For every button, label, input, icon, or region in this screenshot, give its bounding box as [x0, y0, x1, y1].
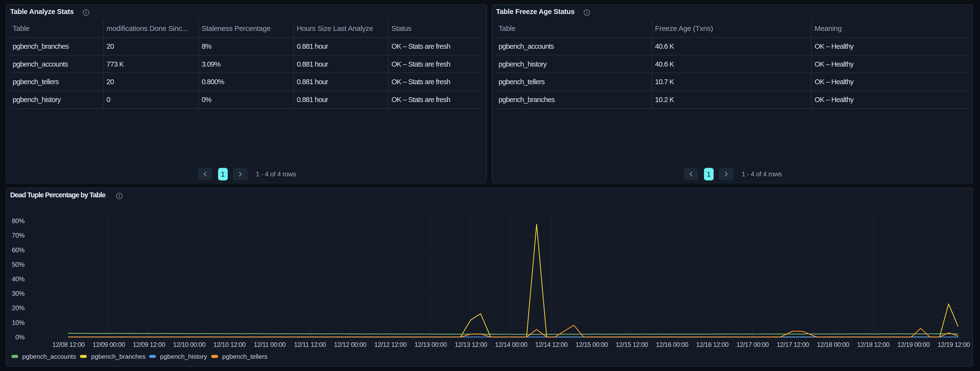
svg-text:80%: 80% [12, 217, 25, 225]
svg-text:60%: 60% [12, 247, 25, 254]
svg-text:12/16 00:00: 12/16 00:00 [656, 341, 688, 348]
svg-text:12/18 12:00: 12/18 12:00 [857, 341, 889, 348]
svg-text:pgbench_branches: pgbench_branches [91, 353, 146, 360]
svg-text:12/11 12:00: 12/11 12:00 [294, 341, 326, 348]
svg-text:12/14 12:00: 12/14 12:00 [535, 341, 568, 348]
svg-text:10%: 10% [12, 319, 25, 327]
svg-text:12/19 12:00: 12/19 12:00 [937, 341, 970, 348]
svg-text:12/10 00:00: 12/10 00:00 [173, 341, 205, 348]
svg-text:12/09 00:00: 12/09 00:00 [92, 341, 125, 348]
svg-text:12/17 12:00: 12/17 12:00 [777, 341, 809, 348]
svg-text:pgbench_tellers: pgbench_tellers [222, 353, 267, 360]
svg-text:12/10 12:00: 12/10 12:00 [213, 341, 246, 348]
svg-text:12/14 00:00: 12/14 00:00 [495, 341, 527, 348]
svg-text:12/15 00:00: 12/15 00:00 [576, 341, 608, 348]
svg-text:0%: 0% [15, 334, 25, 341]
svg-text:12/16 12:00: 12/16 12:00 [696, 341, 729, 348]
svg-text:12/15 12:00: 12/15 12:00 [616, 341, 648, 348]
svg-text:20%: 20% [12, 304, 25, 312]
svg-text:12/13 00:00: 12/13 00:00 [414, 341, 447, 348]
svg-text:pgbench_history: pgbench_history [160, 353, 207, 360]
svg-text:12/17 00:00: 12/17 00:00 [736, 341, 769, 348]
svg-text:pgbench_accounts: pgbench_accounts [22, 353, 76, 360]
svg-text:12/13 12:00: 12/13 12:00 [455, 341, 487, 348]
svg-text:50%: 50% [12, 261, 25, 268]
svg-text:12/08 12:00: 12/08 12:00 [52, 341, 85, 348]
svg-text:30%: 30% [12, 290, 25, 297]
svg-text:40%: 40% [12, 276, 25, 283]
svg-text:12/12 00:00: 12/12 00:00 [334, 341, 366, 348]
svg-text:12/09 12:00: 12/09 12:00 [133, 341, 165, 348]
svg-text:12/12 12:00: 12/12 12:00 [374, 341, 407, 348]
svg-text:12/11 00:00: 12/11 00:00 [254, 341, 286, 348]
svg-text:12/18 00:00: 12/18 00:00 [817, 341, 849, 348]
svg-text:70%: 70% [12, 232, 25, 239]
svg-text:12/19 00:00: 12/19 00:00 [897, 341, 930, 348]
